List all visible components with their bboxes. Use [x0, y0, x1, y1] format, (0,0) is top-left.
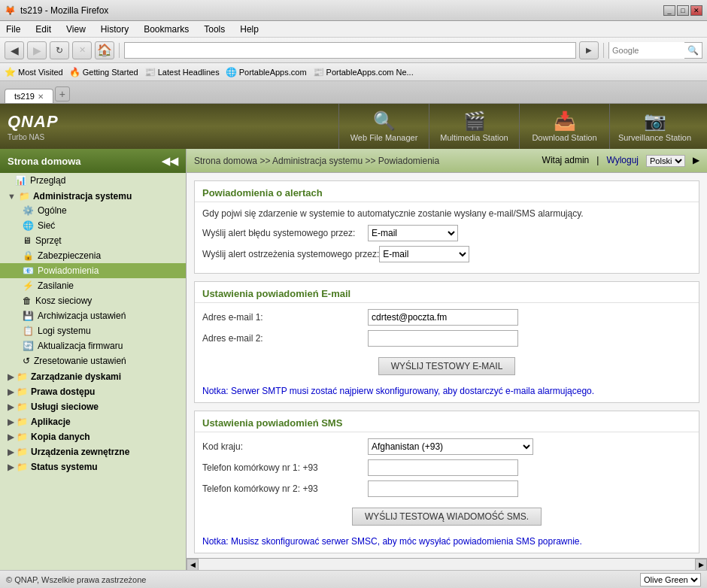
phone2-input[interactable]	[368, 480, 518, 497]
content-header: Strona domowa >> Administracja systemu >…	[187, 149, 707, 173]
email2-row: Adres e-mail 2:	[202, 330, 691, 347]
new-tab-button[interactable]: +	[55, 86, 70, 102]
warning-alert-select[interactable]: E-mail SMS Wyłączone	[379, 246, 469, 262]
horizontal-scrollbar[interactable]: ◀ ▶	[187, 558, 707, 570]
scroll-left-button[interactable]: ◀	[187, 559, 199, 571]
theme-dropdown[interactable]: Olive Green	[640, 573, 701, 586]
minimize-button[interactable]: _	[663, 5, 675, 16]
scroll-right-button[interactable]: ▶	[695, 559, 707, 571]
sidebar-toggle[interactable]: ◀◀	[162, 155, 178, 167]
stop-button[interactable]: ✕	[72, 41, 92, 59]
sidebar-group-status[interactable]: ▶ 📁 Status systemu	[0, 459, 186, 474]
go-button[interactable]: ▶	[579, 41, 599, 59]
phone1-input[interactable]	[368, 459, 518, 476]
web-file-manager-icon: 🔍	[373, 111, 396, 132]
sidebar-item-siec[interactable]: 🌐 Sieć	[0, 218, 186, 233]
restore-button[interactable]: □	[677, 5, 689, 16]
sidebar-item-archiwizacja[interactable]: 💾 Archiwizacja ustawień	[0, 308, 186, 323]
close-button[interactable]: ✕	[690, 5, 702, 16]
bookmark-getting-started[interactable]: 🔥 Getting Started	[69, 67, 138, 77]
tab-ts219[interactable]: ts219 ✕	[5, 89, 53, 103]
sidebar-group-admin[interactable]: ▼ 📁 Administracja systemu	[0, 188, 186, 203]
sidebar-group-urzadzenia[interactable]: ▶ 📁 Urządzenia zewnętrzne	[0, 444, 186, 459]
email1-input[interactable]	[368, 309, 518, 326]
folder-icon7: 📁	[17, 447, 28, 457]
sidebar-group-dyski[interactable]: ▶ 📁 Zarządzanie dyskami	[0, 368, 186, 383]
nav-multimedia-station[interactable]: 🎬 Multimedia Station	[429, 104, 519, 149]
sidebar-item-zresetowanie[interactable]: ↺ Zresetowanie ustawień	[0, 353, 186, 368]
tree-expand-icon3: ▶	[8, 387, 14, 397]
tree-expand-icon7: ▶	[8, 447, 14, 457]
folder-icon6: 📁	[17, 432, 28, 442]
sidebar-item-sprzet[interactable]: 🖥 Sprzęt	[0, 233, 186, 248]
error-alert-select[interactable]: E-mail SMS Wyłączone	[368, 225, 458, 241]
email-note: Notka: Serwer SMTP musi zostać najpierw …	[202, 386, 691, 396]
nav-download-station[interactable]: 📥 Download Station	[519, 104, 609, 149]
send-test-email-button[interactable]: WYŚLIJ TESTOWY E-MAIL	[378, 357, 516, 375]
ogolne-icon: ⚙️	[23, 205, 34, 216]
sidebar-item-ogolne[interactable]: ⚙️ Ogólne	[0, 203, 186, 218]
folder-icon5: 📁	[17, 417, 28, 427]
tree-expand-icon6: ▶	[8, 432, 14, 442]
menu-edit[interactable]: Edit	[32, 23, 54, 35]
portableapps-icon: 🌐	[226, 67, 237, 77]
qnap-tagline: Turbo NAS	[8, 133, 59, 141]
back-button[interactable]: ◀	[5, 41, 24, 59]
sidebar: Strona domowa ◀◀ 📊 Przegląd ▼ 📁 Administ…	[0, 149, 187, 570]
bookmark-most-visited[interactable]: ⭐ Most Visited	[5, 67, 63, 77]
bookmark-latest-headlines[interactable]: 📰 Latest Headlines	[144, 67, 220, 77]
nav-surveillance-station[interactable]: 📷 Surveillance Station	[609, 104, 699, 149]
menu-view[interactable]: View	[63, 23, 89, 35]
email-section-title: Ustawienia powiadomień E-mail	[195, 282, 699, 303]
browser-title: ts219 - Mozilla Firefox	[20, 5, 108, 16]
sms-section-body: Kod kraju: Afghanistan (+93) Telefon kom…	[195, 432, 699, 553]
nav-web-file-manager[interactable]: 🔍 Web File Manager	[338, 104, 429, 149]
browser-status-bar: © QNAP, Wszelkie prawa zastrzeżone Olive…	[0, 570, 707, 588]
language-selector[interactable]: Polski	[646, 155, 685, 167]
sidebar-group-prawa[interactable]: ▶ 📁 Prawa dostępu	[0, 383, 186, 399]
email2-label: Adres e-mail 2:	[202, 333, 368, 344]
tab-close-icon[interactable]: ✕	[38, 92, 44, 101]
address-bar[interactable]: http://192.168.0.3:8080/cgi-bin/index.cg…	[124, 42, 576, 59]
sidebar-item-zabezpieczenia[interactable]: 🔒 Zabezpieczenia	[0, 248, 186, 263]
sidebar-group-aplikacje[interactable]: ▶ 📁 Aplikacje	[0, 414, 186, 429]
home-icon: 🏠	[97, 43, 112, 57]
sidebar-item-overview[interactable]: 📊 Przegląd	[0, 173, 186, 188]
email2-input[interactable]	[368, 330, 518, 347]
refresh-button[interactable]: ↻	[50, 41, 69, 59]
sms-note: Notka: Musisz skonfigurować serwer SMSC,…	[202, 536, 691, 547]
country-select[interactable]: Afghanistan (+93)	[368, 438, 533, 455]
browser-icon: 🦊	[5, 5, 16, 16]
send-test-sms-button[interactable]: WYŚLIJ TESTOWĄ WIADOMOŚĆ SMS.	[352, 508, 542, 526]
tree-expand-icon8: ▶	[8, 462, 14, 472]
sidebar-group-kopia[interactable]: ▶ 📁 Kopia danych	[0, 429, 186, 444]
error-alert-row: Wyślij alert błędu systemowego przez: E-…	[202, 225, 691, 241]
scroll-track[interactable]	[199, 559, 695, 571]
logout-link[interactable]: Wyloguj	[606, 155, 639, 167]
tree-expand-icon: ▼	[8, 192, 16, 201]
sidebar-header: Strona domowa ◀◀	[0, 149, 186, 173]
forward-button[interactable]: ▶	[27, 41, 47, 59]
sidebar-item-logi[interactable]: 📋 Logi systemu	[0, 323, 186, 338]
app-container: QNAP Turbo NAS 🔍 Web File Manager 🎬 Mult…	[0, 104, 707, 570]
menu-bookmarks[interactable]: Bookmarks	[141, 23, 192, 35]
bookmark-portableapps[interactable]: 🌐 PortableApps.com	[226, 67, 307, 77]
menu-file[interactable]: File	[3, 23, 23, 35]
home-button[interactable]: 🏠	[95, 41, 114, 59]
status-text: © QNAP, Wszelkie prawa zastrzeżone	[6, 575, 146, 584]
sidebar-item-kosz[interactable]: 🗑 Kosz sieciowy	[0, 293, 186, 308]
content-scroll[interactable]: Powiadomienia o alertach Gdy pojwi się z…	[187, 173, 707, 558]
sidebar-group-uslugi[interactable]: ▶ 📁 Usługi sieciowe	[0, 399, 186, 414]
menu-history[interactable]: History	[98, 23, 132, 35]
zresetowanie-icon: ↺	[23, 356, 30, 366]
portableapps-ne-icon: 📰	[313, 67, 324, 77]
sidebar-item-zasilanie[interactable]: ⚡ Zasilanie	[0, 278, 186, 293]
menu-tools[interactable]: Tools	[201, 23, 228, 35]
bookmark-portableapps-ne[interactable]: 📰 PortableApps.com Ne...	[313, 67, 414, 77]
sidebar-item-powiadomienia[interactable]: 📧 Powiadomienia	[0, 263, 186, 278]
sidebar-item-aktualizacja[interactable]: 🔄 Aktualizacja firmwaru	[0, 338, 186, 353]
zasilanie-icon: ⚡	[23, 280, 34, 291]
search-input[interactable]	[609, 42, 684, 59]
warning-alert-label: Wyślij alert ostrzeżenia systemowego prz…	[202, 249, 379, 259]
menu-help[interactable]: Help	[237, 23, 262, 35]
